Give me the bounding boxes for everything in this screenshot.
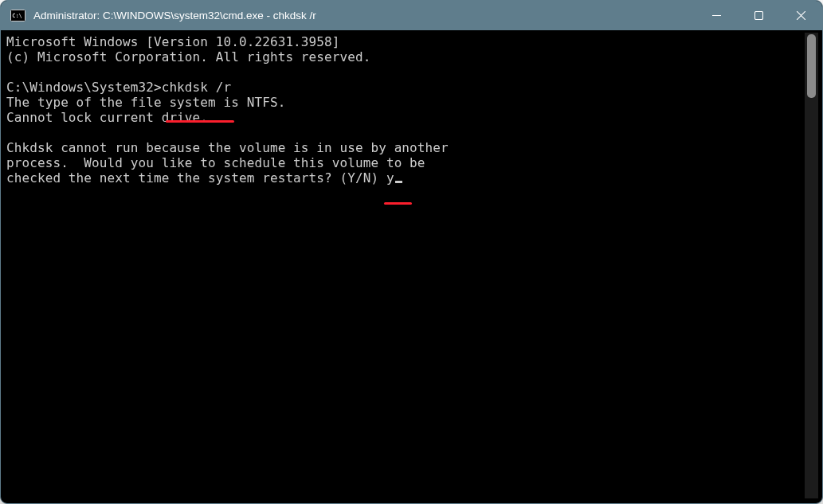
vertical-scrollbar[interactable] [805,33,818,498]
output-line: process. Would you like to schedule this… [6,155,425,170]
svg-rect-3 [755,12,763,20]
terminal-client[interactable]: Microsoft Windows [Version 10.0.22631.39… [5,33,818,498]
output-line: Chkdsk cannot run because the volume is … [6,140,449,155]
maximize-button[interactable] [738,1,780,30]
cmd-window: C:\ Administrator: C:\WINDOWS\system32\c… [0,0,823,504]
close-button[interactable] [780,1,822,30]
output-line: Cannot lock current drive. [6,110,208,125]
terminal-output: Microsoft Windows [Version 10.0.22631.39… [6,34,801,497]
banner-line-1: Microsoft Windows [Version 10.0.22631.39… [6,34,340,49]
prompt: C:\Windows\System32> [6,80,162,95]
output-line: The type of the file system is NTFS. [6,95,285,110]
entered-command: chkdsk /r [162,80,232,95]
cmd-icon: C:\ [10,10,25,21]
cursor [395,181,402,183]
svg-text:C:\: C:\ [12,13,22,19]
output-line: checked the next time the system restart… [6,170,386,186]
banner-line-2: (c) Microsoft Corporation. All rights re… [6,49,370,64]
window-title: Administrator: C:\WINDOWS\system32\cmd.e… [33,10,696,21]
user-answer: y [386,170,394,186]
minimize-button[interactable] [696,1,738,30]
scrollbar-thumb[interactable] [807,34,816,98]
title-bar[interactable]: C:\ Administrator: C:\WINDOWS\system32\c… [1,1,822,30]
